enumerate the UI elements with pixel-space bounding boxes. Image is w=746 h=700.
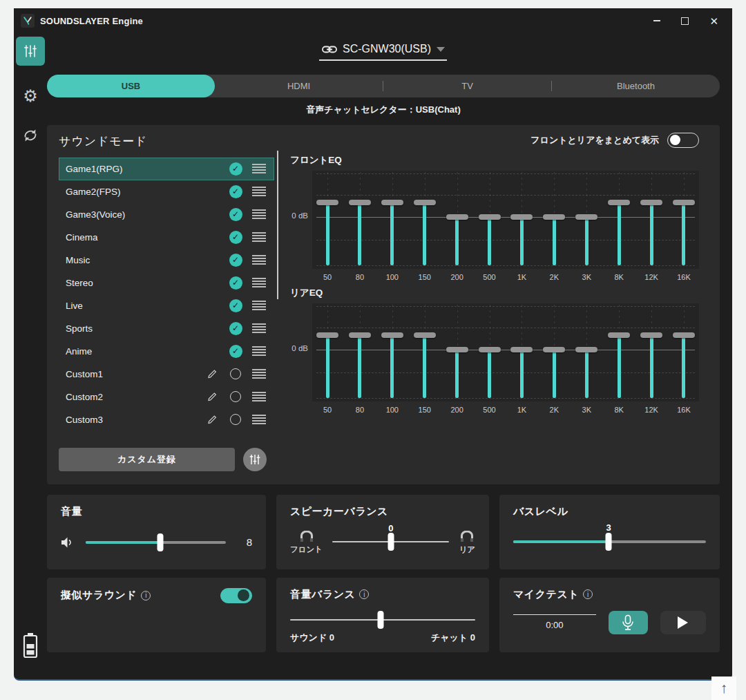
eq-band-slider-3k[interactable] — [575, 171, 598, 269]
eq-band-slider-500[interactable] — [478, 171, 501, 269]
maximize-button[interactable] — [681, 17, 689, 25]
tab-usb[interactable]: USB — [47, 75, 215, 97]
eq-band-slider-150[interactable] — [413, 171, 437, 269]
eq-slider-handle[interactable] — [640, 332, 662, 338]
drag-handle-icon[interactable] — [251, 187, 267, 196]
eq-slider-handle[interactable] — [543, 347, 565, 352]
eq-band-slider-12k[interactable] — [640, 171, 663, 269]
info-icon[interactable]: i — [583, 589, 593, 599]
sound-mode-item-stereo[interactable]: Stereo✓ — [59, 272, 274, 294]
drag-handle-icon[interactable] — [251, 278, 267, 287]
eq-band-slider-500[interactable] — [478, 303, 501, 401]
sound-mode-item-game2-fps[interactable]: Game2(FPS)✓ — [59, 180, 274, 203]
eq-band-slider-16k[interactable] — [672, 171, 696, 269]
eq-slider-handle[interactable] — [673, 332, 695, 338]
eq-slider-handle[interactable] — [640, 200, 662, 205]
combine-front-rear-toggle[interactable] — [667, 133, 699, 148]
eq-band-slider-16k[interactable] — [672, 303, 696, 401]
eq-slider-handle[interactable] — [673, 200, 695, 205]
check-icon[interactable]: ✓ — [228, 299, 243, 312]
slider-knob[interactable] — [606, 533, 612, 551]
info-icon[interactable]: i — [359, 589, 369, 599]
drag-handle-icon[interactable] — [251, 346, 267, 356]
eq-band-slider-200[interactable] — [446, 303, 469, 401]
radio-circle-icon[interactable] — [228, 414, 243, 425]
drag-handle-icon[interactable] — [251, 301, 267, 310]
sound-mode-item-music[interactable]: Music✓ — [59, 249, 274, 272]
settings-gear-icon[interactable]: ⚙ — [23, 88, 38, 104]
eq-slider-handle[interactable] — [349, 200, 371, 205]
edit-pencil-icon[interactable] — [204, 368, 220, 379]
eq-slider-handle[interactable] — [349, 332, 371, 338]
drag-handle-icon[interactable] — [251, 369, 267, 379]
check-icon[interactable]: ✓ — [228, 231, 243, 244]
eq-slider-handle[interactable] — [479, 214, 501, 220]
eq-band-slider-80[interactable] — [348, 303, 372, 401]
eq-slider-handle[interactable] — [479, 347, 501, 352]
tab-hdmi[interactable]: HDMI — [215, 75, 383, 97]
eq-slider-handle[interactable] — [381, 200, 403, 205]
eq-band-slider-200[interactable] — [446, 171, 469, 269]
eq-band-slider-50[interactable] — [316, 171, 339, 269]
minimize-button[interactable] — [653, 20, 660, 21]
eq-slider-handle[interactable] — [381, 332, 403, 338]
bass-level-slider[interactable]: 3 — [513, 540, 706, 543]
eq-slider-handle[interactable] — [316, 332, 338, 338]
eq-slider-handle[interactable] — [414, 332, 436, 338]
mic-record-button[interactable] — [609, 611, 648, 634]
list-scrollbar[interactable] — [277, 151, 278, 299]
sound-mode-item-custom3[interactable]: Custom3 — [59, 408, 274, 431]
speaker-balance-slider[interactable]: 0 — [332, 541, 449, 543]
eq-band-slider-12k[interactable] — [640, 303, 663, 401]
sound-mode-item-live[interactable]: Live✓ — [59, 294, 274, 317]
volume-balance-slider[interactable] — [290, 619, 475, 621]
tab-tv[interactable]: TV — [383, 75, 551, 97]
eq-band-slider-2k[interactable] — [542, 171, 566, 269]
drag-handle-icon[interactable] — [251, 415, 267, 424]
device-selector[interactable]: SC-GNW30(USB) — [318, 41, 449, 61]
drag-handle-icon[interactable] — [251, 392, 267, 401]
eq-slider-handle[interactable] — [510, 347, 533, 352]
sound-mode-item-game1-rpg[interactable]: Game1(RPG)✓ — [59, 158, 274, 180]
refresh-icon[interactable] — [21, 126, 39, 144]
eq-slider-handle[interactable] — [608, 200, 630, 205]
check-icon[interactable]: ✓ — [228, 345, 243, 358]
sound-mode-item-game3-voice[interactable]: Game3(Voice)✓ — [59, 203, 274, 226]
info-icon[interactable]: i — [141, 591, 151, 600]
eq-band-slider-1k[interactable] — [510, 303, 533, 401]
sound-mode-item-anime[interactable]: Anime✓ — [59, 340, 274, 363]
sound-mode-item-custom1[interactable]: Custom1 — [59, 363, 274, 386]
eq-band-slider-2k[interactable] — [542, 303, 566, 401]
drag-handle-icon[interactable] — [251, 232, 267, 242]
slider-knob[interactable] — [378, 611, 384, 629]
drag-handle-icon[interactable] — [251, 164, 267, 173]
check-icon[interactable]: ✓ — [228, 162, 243, 176]
sidebar-eq-button[interactable] — [16, 37, 45, 66]
volume-slider[interactable] — [86, 541, 226, 544]
scroll-top-button[interactable]: ↑ — [711, 677, 736, 700]
sound-mode-item-sports[interactable]: Sports✓ — [59, 317, 274, 340]
drag-handle-icon[interactable] — [251, 323, 267, 333]
sound-mode-item-cinema[interactable]: Cinema✓ — [59, 226, 274, 249]
tab-bluetooth[interactable]: Bluetooth — [552, 75, 720, 97]
radio-circle-icon[interactable] — [228, 391, 243, 402]
eq-slider-handle[interactable] — [446, 347, 468, 352]
eq-slider-handle[interactable] — [608, 332, 630, 338]
pseudo-surround-toggle[interactable] — [220, 588, 252, 603]
edit-pencil-icon[interactable] — [204, 391, 220, 402]
eq-band-slider-100[interactable] — [381, 171, 404, 269]
eq-slider-handle[interactable] — [575, 347, 597, 352]
slider-knob[interactable] — [157, 533, 163, 551]
eq-band-slider-8k[interactable] — [607, 171, 631, 269]
custom-register-button[interactable]: カスタム登録 — [59, 448, 235, 471]
eq-band-slider-3k[interactable] — [575, 303, 598, 401]
eq-band-slider-100[interactable] — [381, 303, 404, 401]
check-icon[interactable]: ✓ — [228, 276, 243, 290]
drag-handle-icon[interactable] — [251, 209, 267, 219]
radio-circle-icon[interactable] — [228, 368, 243, 379]
check-icon[interactable]: ✓ — [228, 322, 243, 335]
eq-band-slider-80[interactable] — [348, 171, 372, 269]
sound-mode-item-custom2[interactable]: Custom2 — [59, 386, 274, 408]
eq-slider-handle[interactable] — [446, 214, 468, 220]
eq-slider-handle[interactable] — [575, 214, 597, 220]
